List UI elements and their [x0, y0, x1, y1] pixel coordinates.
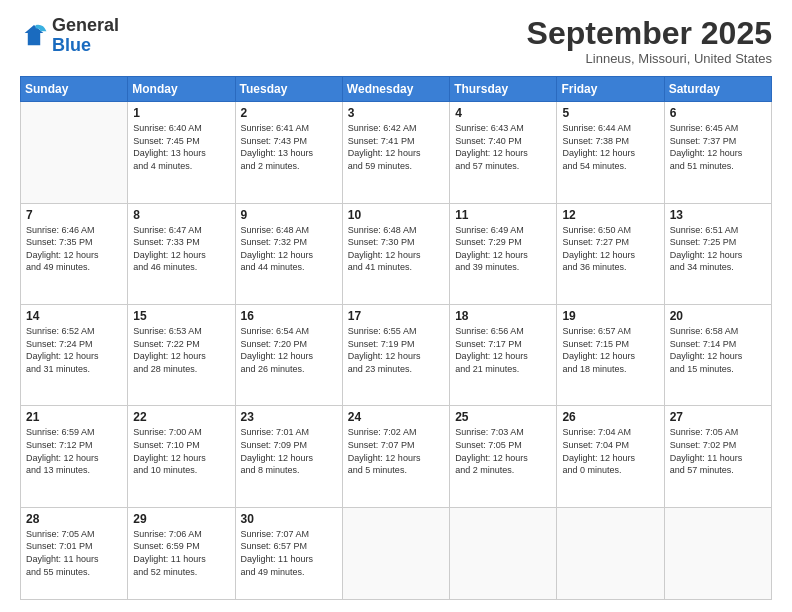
- logo: General Blue: [20, 16, 119, 56]
- header-thursday: Thursday: [450, 77, 557, 102]
- header: General Blue September 2025 Linneus, Mis…: [20, 16, 772, 66]
- day-info: Sunrise: 6:41 AMSunset: 7:43 PMDaylight:…: [241, 122, 337, 172]
- day-info: Sunrise: 7:06 AMSunset: 6:59 PMDaylight:…: [133, 528, 229, 578]
- calendar-cell: 14Sunrise: 6:52 AMSunset: 7:24 PMDayligh…: [21, 305, 128, 406]
- calendar-cell: 27Sunrise: 7:05 AMSunset: 7:02 PMDayligh…: [664, 406, 771, 507]
- day-info: Sunrise: 7:01 AMSunset: 7:09 PMDaylight:…: [241, 426, 337, 476]
- calendar-cell: 9Sunrise: 6:48 AMSunset: 7:32 PMDaylight…: [235, 203, 342, 304]
- header-monday: Monday: [128, 77, 235, 102]
- day-number: 27: [670, 410, 766, 424]
- calendar-cell: 8Sunrise: 6:47 AMSunset: 7:33 PMDaylight…: [128, 203, 235, 304]
- day-number: 9: [241, 208, 337, 222]
- logo-blue: Blue: [52, 35, 91, 55]
- day-number: 28: [26, 512, 122, 526]
- day-info: Sunrise: 6:54 AMSunset: 7:20 PMDaylight:…: [241, 325, 337, 375]
- day-info: Sunrise: 6:56 AMSunset: 7:17 PMDaylight:…: [455, 325, 551, 375]
- day-info: Sunrise: 6:45 AMSunset: 7:37 PMDaylight:…: [670, 122, 766, 172]
- day-number: 22: [133, 410, 229, 424]
- calendar-cell: [557, 507, 664, 599]
- calendar-cell: 11Sunrise: 6:49 AMSunset: 7:29 PMDayligh…: [450, 203, 557, 304]
- calendar-cell: 5Sunrise: 6:44 AMSunset: 7:38 PMDaylight…: [557, 102, 664, 203]
- calendar-cell: 25Sunrise: 7:03 AMSunset: 7:05 PMDayligh…: [450, 406, 557, 507]
- day-info: Sunrise: 6:58 AMSunset: 7:14 PMDaylight:…: [670, 325, 766, 375]
- day-number: 2: [241, 106, 337, 120]
- calendar-cell: 4Sunrise: 6:43 AMSunset: 7:40 PMDaylight…: [450, 102, 557, 203]
- day-info: Sunrise: 6:49 AMSunset: 7:29 PMDaylight:…: [455, 224, 551, 274]
- day-info: Sunrise: 6:48 AMSunset: 7:30 PMDaylight:…: [348, 224, 444, 274]
- calendar-cell: 21Sunrise: 6:59 AMSunset: 7:12 PMDayligh…: [21, 406, 128, 507]
- day-info: Sunrise: 6:55 AMSunset: 7:19 PMDaylight:…: [348, 325, 444, 375]
- calendar-cell: 26Sunrise: 7:04 AMSunset: 7:04 PMDayligh…: [557, 406, 664, 507]
- day-number: 13: [670, 208, 766, 222]
- day-info: Sunrise: 6:50 AMSunset: 7:27 PMDaylight:…: [562, 224, 658, 274]
- calendar-cell: 20Sunrise: 6:58 AMSunset: 7:14 PMDayligh…: [664, 305, 771, 406]
- calendar-cell: [342, 507, 449, 599]
- calendar-cell: 23Sunrise: 7:01 AMSunset: 7:09 PMDayligh…: [235, 406, 342, 507]
- header-tuesday: Tuesday: [235, 77, 342, 102]
- calendar-cell: 22Sunrise: 7:00 AMSunset: 7:10 PMDayligh…: [128, 406, 235, 507]
- day-number: 20: [670, 309, 766, 323]
- day-number: 5: [562, 106, 658, 120]
- day-number: 30: [241, 512, 337, 526]
- day-info: Sunrise: 7:00 AMSunset: 7:10 PMDaylight:…: [133, 426, 229, 476]
- day-number: 7: [26, 208, 122, 222]
- day-info: Sunrise: 6:40 AMSunset: 7:45 PMDaylight:…: [133, 122, 229, 172]
- calendar-cell: 28Sunrise: 7:05 AMSunset: 7:01 PMDayligh…: [21, 507, 128, 599]
- day-info: Sunrise: 6:53 AMSunset: 7:22 PMDaylight:…: [133, 325, 229, 375]
- calendar-cell: 1Sunrise: 6:40 AMSunset: 7:45 PMDaylight…: [128, 102, 235, 203]
- calendar-cell: 3Sunrise: 6:42 AMSunset: 7:41 PMDaylight…: [342, 102, 449, 203]
- title-block: September 2025 Linneus, Missouri, United…: [527, 16, 772, 66]
- day-number: 6: [670, 106, 766, 120]
- day-info: Sunrise: 6:57 AMSunset: 7:15 PMDaylight:…: [562, 325, 658, 375]
- weekday-header-row: Sunday Monday Tuesday Wednesday Thursday…: [21, 77, 772, 102]
- calendar-cell: 12Sunrise: 6:50 AMSunset: 7:27 PMDayligh…: [557, 203, 664, 304]
- logo-icon: [20, 22, 48, 50]
- day-info: Sunrise: 6:46 AMSunset: 7:35 PMDaylight:…: [26, 224, 122, 274]
- calendar-cell: [664, 507, 771, 599]
- day-number: 29: [133, 512, 229, 526]
- day-info: Sunrise: 6:43 AMSunset: 7:40 PMDaylight:…: [455, 122, 551, 172]
- day-number: 15: [133, 309, 229, 323]
- page: General Blue September 2025 Linneus, Mis…: [0, 0, 792, 612]
- day-number: 26: [562, 410, 658, 424]
- day-info: Sunrise: 6:44 AMSunset: 7:38 PMDaylight:…: [562, 122, 658, 172]
- day-info: Sunrise: 6:48 AMSunset: 7:32 PMDaylight:…: [241, 224, 337, 274]
- calendar-cell: [21, 102, 128, 203]
- calendar-cell: 15Sunrise: 6:53 AMSunset: 7:22 PMDayligh…: [128, 305, 235, 406]
- calendar-cell: 2Sunrise: 6:41 AMSunset: 7:43 PMDaylight…: [235, 102, 342, 203]
- day-number: 11: [455, 208, 551, 222]
- day-number: 24: [348, 410, 444, 424]
- day-number: 10: [348, 208, 444, 222]
- day-number: 8: [133, 208, 229, 222]
- day-info: Sunrise: 6:47 AMSunset: 7:33 PMDaylight:…: [133, 224, 229, 274]
- day-info: Sunrise: 6:59 AMSunset: 7:12 PMDaylight:…: [26, 426, 122, 476]
- day-number: 3: [348, 106, 444, 120]
- month-title: September 2025: [527, 16, 772, 51]
- day-info: Sunrise: 7:05 AMSunset: 7:02 PMDaylight:…: [670, 426, 766, 476]
- day-info: Sunrise: 6:51 AMSunset: 7:25 PMDaylight:…: [670, 224, 766, 274]
- day-number: 4: [455, 106, 551, 120]
- logo-text-block: General Blue: [52, 16, 119, 56]
- header-friday: Friday: [557, 77, 664, 102]
- calendar-cell: 17Sunrise: 6:55 AMSunset: 7:19 PMDayligh…: [342, 305, 449, 406]
- calendar-cell: 18Sunrise: 6:56 AMSunset: 7:17 PMDayligh…: [450, 305, 557, 406]
- calendar-cell: 7Sunrise: 6:46 AMSunset: 7:35 PMDaylight…: [21, 203, 128, 304]
- day-number: 19: [562, 309, 658, 323]
- day-number: 18: [455, 309, 551, 323]
- day-info: Sunrise: 6:42 AMSunset: 7:41 PMDaylight:…: [348, 122, 444, 172]
- day-number: 16: [241, 309, 337, 323]
- location: Linneus, Missouri, United States: [527, 51, 772, 66]
- day-info: Sunrise: 7:03 AMSunset: 7:05 PMDaylight:…: [455, 426, 551, 476]
- day-info: Sunrise: 6:52 AMSunset: 7:24 PMDaylight:…: [26, 325, 122, 375]
- calendar-cell: 13Sunrise: 6:51 AMSunset: 7:25 PMDayligh…: [664, 203, 771, 304]
- day-info: Sunrise: 7:07 AMSunset: 6:57 PMDaylight:…: [241, 528, 337, 578]
- day-number: 23: [241, 410, 337, 424]
- day-number: 1: [133, 106, 229, 120]
- calendar-cell: 10Sunrise: 6:48 AMSunset: 7:30 PMDayligh…: [342, 203, 449, 304]
- header-saturday: Saturday: [664, 77, 771, 102]
- calendar-cell: 30Sunrise: 7:07 AMSunset: 6:57 PMDayligh…: [235, 507, 342, 599]
- calendar-cell: 24Sunrise: 7:02 AMSunset: 7:07 PMDayligh…: [342, 406, 449, 507]
- day-info: Sunrise: 7:04 AMSunset: 7:04 PMDaylight:…: [562, 426, 658, 476]
- day-info: Sunrise: 7:02 AMSunset: 7:07 PMDaylight:…: [348, 426, 444, 476]
- day-info: Sunrise: 7:05 AMSunset: 7:01 PMDaylight:…: [26, 528, 122, 578]
